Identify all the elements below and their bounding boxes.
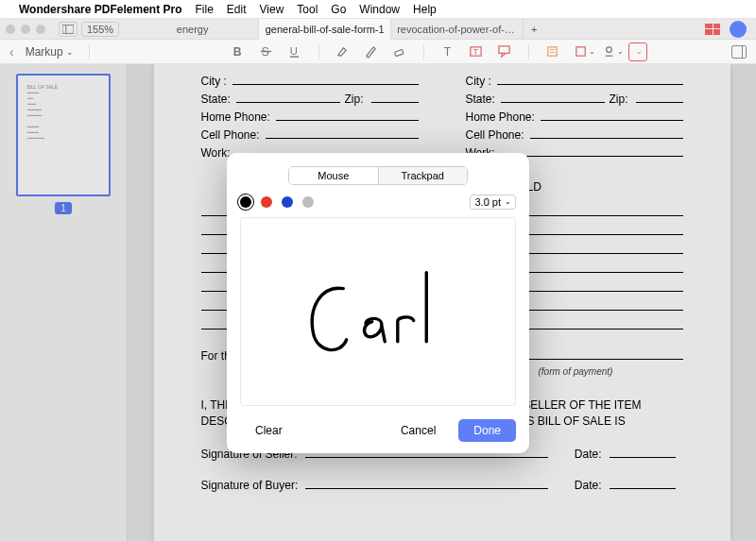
- pencil-icon[interactable]: [363, 43, 380, 60]
- window-tabrow: 155% energy general-bill-of-sale-form-1 …: [0, 19, 756, 40]
- signature-glyph-icon: [283, 245, 474, 377]
- add-tab-button[interactable]: +: [524, 24, 544, 35]
- input-mode-segmented[interactable]: Mouse Trackpad: [288, 166, 468, 185]
- seg-mouse[interactable]: Mouse: [289, 167, 379, 184]
- shape-icon[interactable]: ⌄: [573, 43, 590, 60]
- chevron-down-icon: ⌄: [505, 197, 511, 206]
- chevron-down-icon: ⌄: [66, 47, 74, 57]
- color-black[interactable]: [240, 196, 251, 208]
- eraser-icon[interactable]: [391, 43, 408, 60]
- panel-toggle-button[interactable]: [731, 45, 747, 59]
- content-area: BILL OF SALE━━━━━━━━━━━━━━━━━━━━━━━━━━━━…: [0, 64, 756, 541]
- markup-toolbar: ‹ Markup ⌄ B S U T T ⌄ ⌄ ⌄: [0, 40, 756, 64]
- color-grey[interactable]: [302, 196, 314, 208]
- user-avatar[interactable]: [730, 21, 747, 38]
- svg-rect-7: [395, 49, 404, 56]
- cancel-button[interactable]: Cancel: [386, 419, 451, 442]
- chevron-down-icon: ⌄: [617, 47, 624, 56]
- seg-trackpad[interactable]: Trackpad: [379, 167, 468, 184]
- zoom-level[interactable]: 155%: [81, 22, 119, 37]
- mode-label: Markup: [26, 45, 63, 59]
- chevron-down-icon: ⌄: [589, 47, 595, 56]
- signature-canvas[interactable]: [240, 217, 516, 406]
- minimize-dot-icon[interactable]: [21, 25, 30, 34]
- app-name[interactable]: Wondershare PDFelement Pro: [19, 3, 182, 16]
- text-icon[interactable]: T: [439, 43, 456, 60]
- stroke-size-select[interactable]: 3.0 pt ⌄: [470, 194, 516, 210]
- done-button[interactable]: Done: [458, 419, 516, 442]
- menu-tool[interactable]: Tool: [297, 3, 318, 16]
- chevron-down-icon: ⌄: [636, 47, 643, 56]
- svg-rect-0: [62, 25, 74, 33]
- close-dot-icon[interactable]: [6, 25, 15, 34]
- stamp-icon[interactable]: ⌄: [601, 43, 618, 60]
- highlighter-icon[interactable]: [335, 43, 352, 60]
- window-controls[interactable]: [6, 25, 45, 34]
- signature-button-highlighted[interactable]: ⌄: [629, 43, 646, 60]
- menu-window[interactable]: Window: [359, 3, 400, 16]
- menu-help[interactable]: Help: [413, 3, 437, 16]
- workspace-switcher-icon[interactable]: [705, 24, 720, 35]
- zoom-value: 155%: [87, 24, 113, 35]
- stroke-size-value: 3.0 pt: [474, 196, 501, 208]
- svg-point-16: [607, 47, 612, 53]
- svg-text:U: U: [290, 45, 298, 57]
- mode-dropdown[interactable]: Markup ⌄: [26, 45, 74, 59]
- note-icon[interactable]: [544, 43, 561, 60]
- menu-view[interactable]: View: [260, 3, 284, 16]
- menu-go[interactable]: Go: [331, 3, 346, 16]
- maximize-dot-icon[interactable]: [36, 25, 45, 34]
- tab-bill-of-sale[interactable]: general-bill-of-sale-form-1: [259, 19, 391, 40]
- textbox-icon[interactable]: T: [468, 43, 485, 60]
- svg-text:B: B: [233, 45, 242, 59]
- signature-dialog: Mouse Trackpad 3.0 pt ⌄: [227, 153, 529, 453]
- menu-edit[interactable]: Edit: [227, 3, 247, 16]
- callout-icon[interactable]: [496, 43, 513, 60]
- svg-text:T: T: [444, 45, 452, 59]
- underline-icon[interactable]: U: [286, 43, 303, 60]
- clear-button[interactable]: Clear: [240, 419, 298, 442]
- svg-rect-12: [548, 47, 557, 56]
- svg-text:T: T: [473, 47, 478, 57]
- back-button[interactable]: ‹: [9, 44, 14, 59]
- view-mode-button[interactable]: [59, 22, 77, 37]
- menu-file[interactable]: File: [196, 3, 214, 16]
- tab-revocation[interactable]: revocation-of-power-of-att...: [391, 19, 524, 40]
- color-blue[interactable]: [282, 196, 293, 208]
- svg-rect-15: [576, 47, 585, 56]
- color-red[interactable]: [261, 196, 272, 208]
- tab-energy[interactable]: energy: [127, 19, 259, 40]
- svg-rect-11: [499, 46, 509, 54]
- bold-icon[interactable]: B: [230, 43, 247, 60]
- mac-menubar: Wondershare PDFelement Pro File Edit Vie…: [0, 0, 756, 19]
- strikethrough-icon[interactable]: S: [258, 43, 275, 60]
